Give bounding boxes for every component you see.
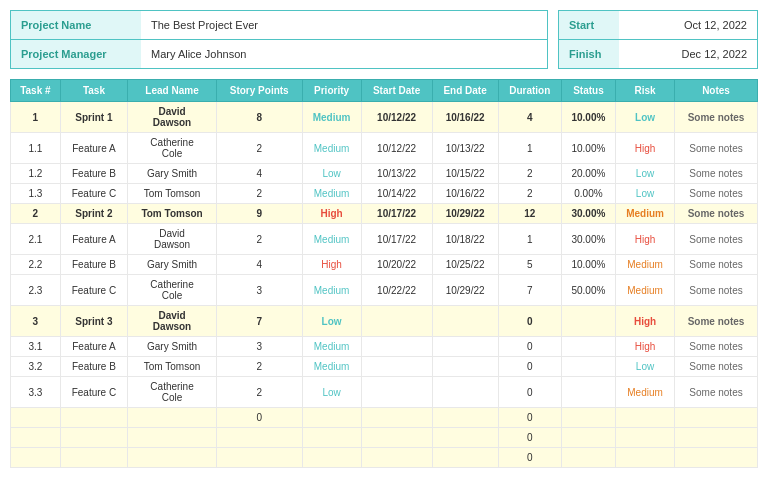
header-section: Project Name The Best Project Ever Proje…	[10, 10, 758, 69]
table-cell: Sprint 1	[60, 102, 127, 133]
table-cell: Low	[616, 164, 675, 184]
table-cell: 10/13/22	[361, 164, 432, 184]
table-cell: Medium	[616, 255, 675, 275]
table-cell	[216, 448, 302, 468]
col-duration: Duration	[498, 80, 561, 102]
col-notes: Notes	[675, 80, 758, 102]
table-cell	[432, 306, 498, 337]
table-cell: 8	[216, 102, 302, 133]
table-cell: 10/17/22	[361, 204, 432, 224]
table-cell	[616, 428, 675, 448]
table-cell: 4	[216, 255, 302, 275]
table-cell: Some notes	[675, 204, 758, 224]
col-priority: Priority	[302, 80, 361, 102]
table-cell: 2.3	[11, 275, 61, 306]
table-cell: 0.00%	[561, 184, 615, 204]
col-story: Story Points	[216, 80, 302, 102]
table-cell: 0	[498, 428, 561, 448]
table-cell	[561, 306, 615, 337]
table-cell: Low	[302, 377, 361, 408]
table-row: 2.1Feature ADavidDawson2Medium10/17/2210…	[11, 224, 758, 255]
table-row: 00	[11, 408, 758, 428]
table-cell	[302, 428, 361, 448]
table-cell: Medium	[302, 133, 361, 164]
table-cell: 10/17/22	[361, 224, 432, 255]
header-left: Project Name The Best Project Ever Proje…	[10, 10, 548, 69]
table-cell: 3.1	[11, 337, 61, 357]
table-cell	[561, 408, 615, 428]
table-cell: 10/12/22	[361, 133, 432, 164]
table-cell: 10/18/22	[432, 224, 498, 255]
table-header: Task # Task Lead Name Story Points Prior…	[11, 80, 758, 102]
table-cell: Sprint 2	[60, 204, 127, 224]
table-cell: High	[302, 204, 361, 224]
table-cell	[361, 306, 432, 337]
table-cell: Some notes	[675, 133, 758, 164]
table-cell: 2	[498, 164, 561, 184]
table-cell: CatherineCole	[128, 377, 217, 408]
table-cell: Some notes	[675, 357, 758, 377]
table-cell	[128, 448, 217, 468]
table-cell: Medium	[302, 102, 361, 133]
table-cell	[11, 428, 61, 448]
table-cell: 30.00%	[561, 224, 615, 255]
table-row: 0	[11, 448, 758, 468]
table-cell	[302, 448, 361, 468]
table-cell	[302, 408, 361, 428]
col-task: Task	[60, 80, 127, 102]
project-manager-value: Mary Alice Johnson	[141, 40, 256, 68]
table-cell: 10.00%	[561, 133, 615, 164]
table-cell: Low	[616, 102, 675, 133]
table-body: 1Sprint 1DavidDawson8Medium10/12/2210/16…	[11, 102, 758, 468]
header-row: Task # Task Lead Name Story Points Prior…	[11, 80, 758, 102]
table-cell: High	[616, 133, 675, 164]
table-cell: High	[616, 224, 675, 255]
table-cell: 2	[11, 204, 61, 224]
table-cell: 3	[11, 306, 61, 337]
table-row: 2.3Feature CCatherineCole3Medium10/22/22…	[11, 275, 758, 306]
table-cell: Feature B	[60, 255, 127, 275]
table-cell	[432, 337, 498, 357]
table-cell	[60, 448, 127, 468]
table-cell: 2	[216, 184, 302, 204]
table-cell: Low	[302, 306, 361, 337]
table-cell: Feature C	[60, 377, 127, 408]
table-cell: Feature A	[60, 224, 127, 255]
table-cell: Some notes	[675, 337, 758, 357]
table-cell: Sprint 3	[60, 306, 127, 337]
table-cell: 10/13/22	[432, 133, 498, 164]
table-cell: Some notes	[675, 224, 758, 255]
header-right: Start Oct 12, 2022 Finish Dec 12, 2022	[558, 10, 758, 69]
table-cell: Medium	[616, 377, 675, 408]
table-cell: 10/14/22	[361, 184, 432, 204]
table-cell	[60, 428, 127, 448]
table-cell: Low	[616, 357, 675, 377]
table-cell: 9	[216, 204, 302, 224]
table-cell	[675, 448, 758, 468]
table-cell	[561, 357, 615, 377]
table-cell: Feature C	[60, 184, 127, 204]
table-cell	[11, 448, 61, 468]
table-cell: Feature B	[60, 357, 127, 377]
table-cell: 1	[498, 133, 561, 164]
table-cell: 1.2	[11, 164, 61, 184]
table-cell: 3	[216, 275, 302, 306]
table-cell	[361, 428, 432, 448]
finish-row: Finish Dec 12, 2022	[559, 40, 757, 68]
table-cell: 1.3	[11, 184, 61, 204]
table-cell: 1.1	[11, 133, 61, 164]
table-cell	[561, 428, 615, 448]
table-cell: 5	[498, 255, 561, 275]
table-cell	[675, 408, 758, 428]
table-row: 3.3Feature CCatherineCole2Low0MediumSome…	[11, 377, 758, 408]
table-cell: 4	[498, 102, 561, 133]
table-cell: Gary Smith	[128, 255, 217, 275]
table-cell: 2	[498, 184, 561, 204]
table-cell	[616, 408, 675, 428]
project-manager-label: Project Manager	[11, 40, 141, 68]
project-name-value: The Best Project Ever	[141, 11, 268, 39]
start-label: Start	[559, 11, 619, 39]
table-cell: Some notes	[675, 102, 758, 133]
table-cell: 2.1	[11, 224, 61, 255]
table-row: 2Sprint 2Tom Tomson9High10/17/2210/29/22…	[11, 204, 758, 224]
